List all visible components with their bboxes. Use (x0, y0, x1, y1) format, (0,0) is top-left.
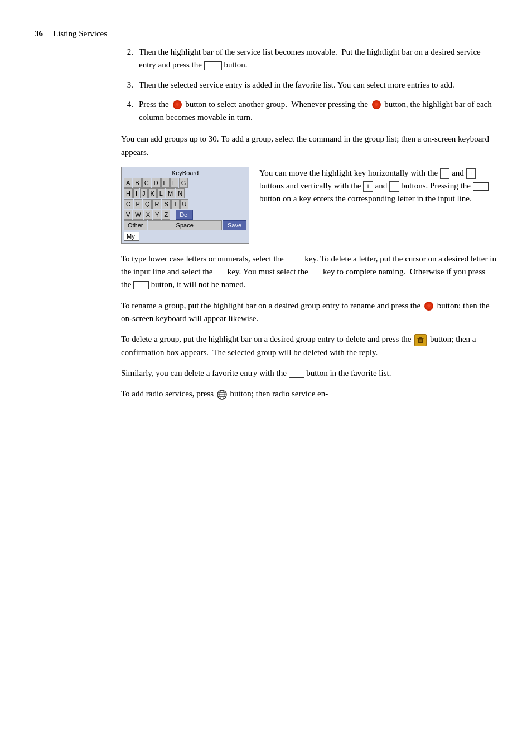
item-number-3: 3. (121, 79, 133, 91)
para-2: To type lower case letters or numerals, … (121, 253, 497, 292)
ok-button-inline-2 (204, 61, 222, 70)
key-m[interactable]: M (166, 188, 175, 198)
ok-button-inline-3 (133, 281, 149, 289)
key-b[interactable]: B (133, 178, 141, 188)
red-circle-icon-1 (172, 100, 182, 110)
key-r[interactable]: R (152, 199, 161, 209)
key-other[interactable]: Other (124, 220, 147, 230)
key-t[interactable]: T (171, 199, 180, 209)
key-n[interactable]: N (176, 188, 185, 198)
para-3: To rename a group, put the highlight bar… (121, 299, 497, 326)
keyboard-bottom-row: Other Space Save (124, 220, 246, 230)
key-y[interactable]: Y (153, 210, 161, 220)
corner-mark-br (506, 730, 516, 740)
keyboard-widget: KeyBoard A B C D E F G H I (121, 167, 249, 244)
list-item-2: 2. Then the highlight bar of the service… (121, 46, 497, 72)
item-text-3: Then the selected service entry is added… (139, 79, 497, 91)
list-item-3: 3. Then the selected service entry is ad… (121, 79, 497, 91)
key-empty (171, 210, 175, 220)
key-k[interactable]: K (148, 188, 157, 198)
key-p[interactable]: P (134, 199, 142, 209)
corner-mark-tr (506, 16, 516, 26)
keyboard-row-4: V W X Y Z Del (124, 210, 246, 220)
minus-key-inline-2: − (389, 181, 399, 192)
key-o[interactable]: O (124, 199, 133, 209)
keyboard-input-area: My (124, 232, 246, 241)
key-l[interactable]: L (157, 188, 165, 198)
key-x[interactable]: X (144, 210, 152, 220)
key-e[interactable]: E (161, 178, 170, 188)
minus-key-inline: − (440, 168, 450, 179)
key-space[interactable]: Space (148, 220, 222, 230)
keyboard-section: KeyBoard A B C D E F G H I (121, 167, 497, 244)
page-header: 36 Listing Services (35, 29, 497, 41)
keyboard-right-text: You can move the highlight key horizonta… (259, 167, 497, 206)
key-w[interactable]: W (133, 210, 143, 220)
key-c[interactable]: C (142, 178, 151, 188)
page: 36 Listing Services 2. Then the highligh… (0, 0, 532, 756)
key-i[interactable]: I (133, 188, 139, 198)
red-circle-icon-3 (424, 301, 434, 311)
ok-button-inline-4 (289, 370, 304, 378)
key-h[interactable]: H (124, 188, 133, 198)
item-number-4: 4. (121, 98, 133, 124)
svg-rect-8 (419, 337, 422, 338)
main-text-area: 2. Then the highlight bar of the service… (121, 46, 497, 400)
key-z[interactable]: Z (162, 210, 170, 220)
key-save[interactable]: Save (223, 220, 246, 230)
page-content: 2. Then the highlight bar of the service… (35, 46, 497, 723)
keyboard-title: KeyBoard (124, 169, 246, 176)
key-a[interactable]: A (124, 178, 132, 188)
key-u[interactable]: U (180, 199, 189, 209)
ok-button-inline-keyboard (473, 182, 489, 191)
item-text-2: Then the highlight bar of the service li… (139, 46, 497, 72)
corner-mark-tl (16, 16, 26, 26)
key-f[interactable]: F (170, 178, 178, 188)
para-5: Similarly, you can delete a favorite ent… (121, 367, 497, 380)
red-circle-icon-2 (371, 100, 381, 110)
item-text-4: Press the button to select another group… (139, 98, 497, 124)
numbered-list: 2. Then the highlight bar of the service… (121, 46, 497, 124)
plus-key-inline-2: + (363, 181, 373, 192)
keyboard-input-display: My (124, 232, 139, 241)
para-4: To delete a group, put the highlight bar… (121, 333, 497, 359)
trash-icon (414, 334, 427, 346)
key-d[interactable]: D (152, 178, 161, 188)
page-number: 36 (35, 29, 43, 38)
header-title: Listing Services (53, 29, 107, 38)
key-s[interactable]: S (162, 199, 170, 209)
corner-mark-bl (16, 730, 26, 740)
para-6: To add radio services, press button; the… (121, 387, 497, 400)
list-item-4: 4. Press the button to select another gr… (121, 98, 497, 124)
keyboard-row-3: O P Q R S T U (124, 199, 246, 209)
keyboard-row-1: A B C D E F G (124, 178, 246, 188)
para-1: You can add groups up to 30. To add a gr… (121, 133, 497, 159)
svg-rect-7 (417, 338, 424, 339)
keyboard-row-2: H I J K L M N (124, 188, 246, 198)
key-q[interactable]: Q (143, 199, 152, 209)
key-del[interactable]: Del (176, 210, 193, 220)
key-g[interactable]: G (179, 178, 188, 188)
globe-icon (217, 390, 227, 400)
key-v[interactable]: V (124, 210, 132, 220)
plus-key-inline-1: + (466, 168, 476, 179)
item-number-2: 2. (121, 46, 133, 72)
key-j[interactable]: J (140, 188, 148, 198)
